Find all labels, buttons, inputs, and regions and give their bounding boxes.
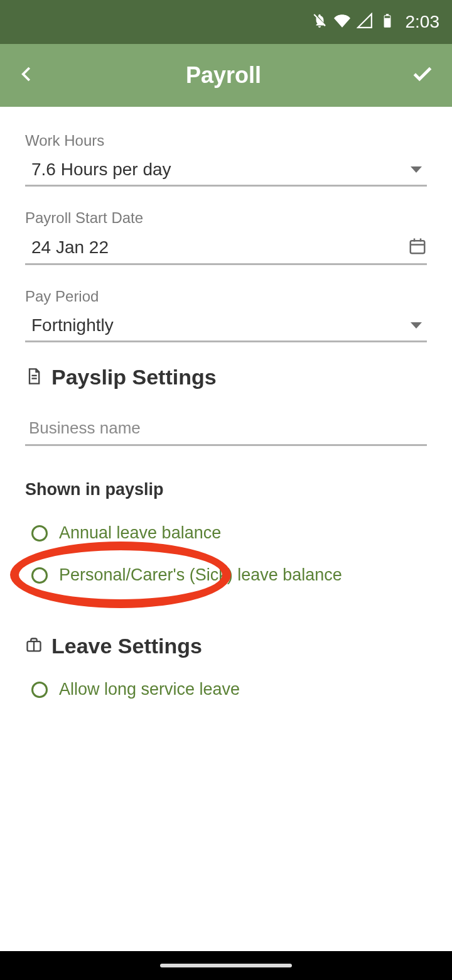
- briefcase-icon: [25, 636, 43, 656]
- app-bar: Payroll: [0, 44, 452, 107]
- pay-period-field: Pay Period Fortnightly: [25, 288, 427, 342]
- page-title: Payroll: [36, 62, 411, 89]
- svg-rect-0: [384, 16, 390, 18]
- pay-period-select[interactable]: Fortnightly: [25, 315, 427, 342]
- back-button[interactable]: [18, 65, 36, 86]
- radio-unchecked-icon: [31, 682, 48, 698]
- payroll-start-date-field: Payroll Start Date 24 Jan 22: [25, 209, 427, 265]
- clock-time: 2:03: [406, 12, 440, 32]
- pay-period-value: Fortnightly: [25, 315, 411, 335]
- payroll-start-date-value: 24 Jan 22: [25, 237, 408, 258]
- signal-icon: [357, 13, 373, 31]
- radio-unchecked-icon: [31, 525, 48, 542]
- business-name-input[interactable]: [25, 408, 427, 446]
- dropdown-icon: [411, 322, 422, 329]
- form-content: Work Hours 7.6 Hours per day Payroll Sta…: [0, 107, 452, 710]
- annual-leave-balance-toggle[interactable]: Annual leave balance: [25, 512, 427, 554]
- payslip-settings-title: Payslip Settings: [51, 365, 217, 389]
- status-bar: 2:03: [0, 0, 452, 44]
- work-hours-field: Work Hours 7.6 Hours per day: [25, 132, 427, 187]
- payslip-settings-header: Payslip Settings: [25, 365, 427, 389]
- long-service-leave-toggle[interactable]: Allow long service leave: [25, 668, 427, 710]
- pay-period-label: Pay Period: [25, 288, 427, 305]
- wifi-icon: [334, 13, 350, 31]
- battery-icon: [379, 13, 396, 31]
- sick-leave-balance-toggle[interactable]: Personal/Carer's (Sick) leave balance: [25, 554, 427, 596]
- payroll-start-date-label: Payroll Start Date: [25, 209, 427, 227]
- leave-settings-header: Leave Settings: [25, 634, 427, 658]
- document-icon: [25, 368, 43, 388]
- gesture-pill[interactable]: [160, 964, 292, 967]
- work-hours-select[interactable]: 7.6 Hours per day: [25, 160, 427, 187]
- annual-leave-balance-label: Annual leave balance: [59, 523, 221, 543]
- system-nav-bar: [0, 951, 452, 980]
- shown-in-payslip-label: Shown in payslip: [25, 480, 427, 499]
- sick-leave-balance-label: Personal/Carer's (Sick) leave balance: [59, 565, 342, 585]
- work-hours-label: Work Hours: [25, 132, 427, 150]
- payroll-start-date-input[interactable]: 24 Jan 22: [25, 237, 427, 265]
- calendar-icon: [408, 237, 427, 258]
- confirm-button[interactable]: [411, 62, 434, 89]
- work-hours-value: 7.6 Hours per day: [25, 160, 411, 180]
- leave-settings-title: Leave Settings: [51, 634, 202, 658]
- long-service-leave-label: Allow long service leave: [59, 680, 240, 699]
- svg-rect-1: [411, 241, 425, 253]
- dropdown-icon: [411, 166, 422, 173]
- leave-settings-section: Leave Settings Allow long service leave: [25, 634, 427, 710]
- radio-unchecked-icon: [31, 567, 48, 584]
- notifications-off-icon: [311, 13, 328, 31]
